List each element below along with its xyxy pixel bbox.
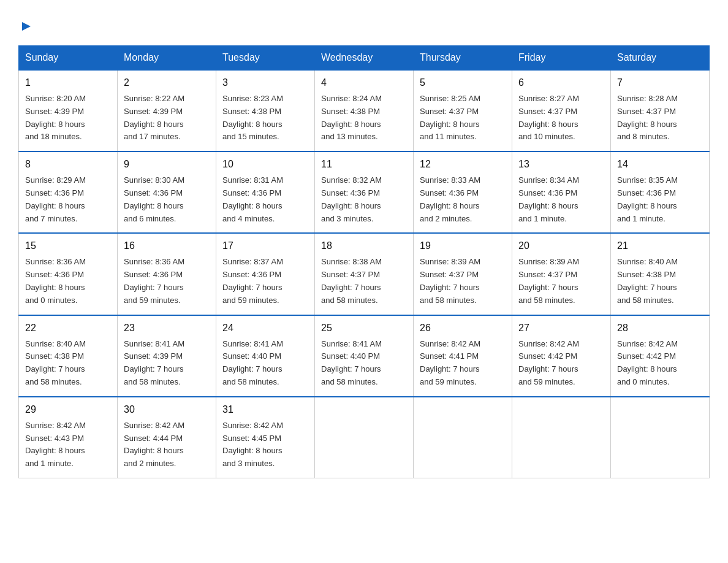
day-number: 23 (124, 321, 210, 335)
calendar-cell: 19Sunrise: 8:39 AM Sunset: 4:37 PM Dayli… (414, 233, 512, 315)
day-number: 24 (222, 321, 308, 335)
day-info: Sunrise: 8:42 AM Sunset: 4:45 PM Dayligh… (222, 419, 308, 470)
calendar-cell: 27Sunrise: 8:42 AM Sunset: 4:42 PM Dayli… (512, 315, 611, 397)
calendar-cell: 20Sunrise: 8:39 AM Sunset: 4:37 PM Dayli… (512, 233, 611, 315)
calendar-cell: 15Sunrise: 8:36 AM Sunset: 4:36 PM Dayli… (19, 233, 118, 315)
calendar-cell: 14Sunrise: 8:35 AM Sunset: 4:36 PM Dayli… (611, 151, 710, 233)
weekday-header-sunday: Sunday (19, 46, 118, 71)
calendar-cell: 11Sunrise: 8:32 AM Sunset: 4:36 PM Dayli… (315, 151, 414, 233)
calendar-cell: 5Sunrise: 8:25 AM Sunset: 4:37 PM Daylig… (414, 70, 512, 151)
calendar-cell: 23Sunrise: 8:41 AM Sunset: 4:39 PM Dayli… (118, 315, 216, 397)
day-number: 3 (222, 75, 308, 90)
page-header (18, 18, 710, 33)
weekday-header-thursday: Thursday (414, 46, 512, 71)
day-number: 29 (25, 402, 111, 417)
day-info: Sunrise: 8:34 AM Sunset: 4:36 PM Dayligh… (518, 174, 604, 225)
calendar-cell: 1Sunrise: 8:20 AM Sunset: 4:39 PM Daylig… (19, 70, 118, 151)
day-number: 20 (518, 239, 604, 253)
day-info: Sunrise: 8:40 AM Sunset: 4:38 PM Dayligh… (617, 256, 703, 307)
day-number: 31 (222, 402, 308, 417)
calendar-cell: 8Sunrise: 8:29 AM Sunset: 4:36 PM Daylig… (19, 151, 118, 233)
day-number: 17 (222, 239, 308, 253)
calendar-cell: 12Sunrise: 8:33 AM Sunset: 4:36 PM Dayli… (414, 151, 512, 233)
logo-arrow-icon (20, 20, 33, 33)
day-number: 4 (321, 75, 407, 90)
day-info: Sunrise: 8:42 AM Sunset: 4:42 PM Dayligh… (518, 338, 604, 389)
day-info: Sunrise: 8:28 AM Sunset: 4:37 PM Dayligh… (617, 93, 703, 144)
calendar-cell: 25Sunrise: 8:41 AM Sunset: 4:40 PM Dayli… (315, 315, 414, 397)
calendar-cell: 3Sunrise: 8:23 AM Sunset: 4:38 PM Daylig… (216, 70, 315, 151)
day-info: Sunrise: 8:36 AM Sunset: 4:36 PM Dayligh… (124, 256, 210, 307)
calendar-cell: 21Sunrise: 8:40 AM Sunset: 4:38 PM Dayli… (611, 233, 710, 315)
day-info: Sunrise: 8:42 AM Sunset: 4:44 PM Dayligh… (124, 419, 210, 470)
calendar-cell: 22Sunrise: 8:40 AM Sunset: 4:38 PM Dayli… (19, 315, 118, 397)
day-info: Sunrise: 8:40 AM Sunset: 4:38 PM Dayligh… (25, 338, 111, 389)
calendar-week-2: 8Sunrise: 8:29 AM Sunset: 4:36 PM Daylig… (19, 151, 710, 233)
day-info: Sunrise: 8:35 AM Sunset: 4:36 PM Dayligh… (617, 174, 703, 225)
calendar-body: 1Sunrise: 8:20 AM Sunset: 4:39 PM Daylig… (19, 70, 710, 478)
calendar-week-4: 22Sunrise: 8:40 AM Sunset: 4:38 PM Dayli… (19, 315, 710, 397)
calendar-cell: 4Sunrise: 8:24 AM Sunset: 4:38 PM Daylig… (315, 70, 414, 151)
weekday-header-friday: Friday (512, 46, 611, 71)
day-info: Sunrise: 8:33 AM Sunset: 4:36 PM Dayligh… (420, 174, 506, 225)
day-number: 5 (420, 75, 506, 90)
calendar-cell: 16Sunrise: 8:36 AM Sunset: 4:36 PM Dayli… (118, 233, 216, 315)
day-info: Sunrise: 8:36 AM Sunset: 4:36 PM Dayligh… (25, 256, 111, 307)
day-number: 25 (321, 321, 407, 335)
day-number: 7 (617, 75, 703, 90)
day-number: 27 (518, 321, 604, 335)
day-number: 2 (124, 75, 210, 90)
day-info: Sunrise: 8:42 AM Sunset: 4:42 PM Dayligh… (617, 338, 703, 389)
day-info: Sunrise: 8:41 AM Sunset: 4:39 PM Dayligh… (124, 338, 210, 389)
day-info: Sunrise: 8:38 AM Sunset: 4:37 PM Dayligh… (321, 256, 407, 307)
day-number: 11 (321, 157, 407, 172)
calendar-cell: 18Sunrise: 8:38 AM Sunset: 4:37 PM Dayli… (315, 233, 414, 315)
calendar-cell: 28Sunrise: 8:42 AM Sunset: 4:42 PM Dayli… (611, 315, 710, 397)
day-info: Sunrise: 8:20 AM Sunset: 4:39 PM Dayligh… (25, 93, 111, 144)
calendar-cell (315, 397, 414, 478)
calendar-cell: 9Sunrise: 8:30 AM Sunset: 4:36 PM Daylig… (118, 151, 216, 233)
day-number: 10 (222, 157, 308, 172)
day-number: 14 (617, 157, 703, 172)
weekday-header-tuesday: Tuesday (216, 46, 315, 71)
day-info: Sunrise: 8:41 AM Sunset: 4:40 PM Dayligh… (222, 338, 308, 389)
day-number: 22 (25, 321, 111, 335)
weekday-header-row: SundayMondayTuesdayWednesdayThursdayFrid… (19, 46, 710, 71)
calendar-cell: 7Sunrise: 8:28 AM Sunset: 4:37 PM Daylig… (611, 70, 710, 151)
calendar-cell: 26Sunrise: 8:42 AM Sunset: 4:41 PM Dayli… (414, 315, 512, 397)
day-number: 12 (420, 157, 506, 172)
day-info: Sunrise: 8:42 AM Sunset: 4:41 PM Dayligh… (420, 338, 506, 389)
calendar-week-3: 15Sunrise: 8:36 AM Sunset: 4:36 PM Dayli… (19, 233, 710, 315)
calendar-week-5: 29Sunrise: 8:42 AM Sunset: 4:43 PM Dayli… (19, 397, 710, 478)
day-number: 1 (25, 75, 111, 90)
weekday-header-monday: Monday (118, 46, 216, 71)
day-number: 15 (25, 239, 111, 253)
day-info: Sunrise: 8:24 AM Sunset: 4:38 PM Dayligh… (321, 93, 407, 144)
calendar-cell: 29Sunrise: 8:42 AM Sunset: 4:43 PM Dayli… (19, 397, 118, 478)
calendar-cell: 10Sunrise: 8:31 AM Sunset: 4:36 PM Dayli… (216, 151, 315, 233)
calendar-cell: 31Sunrise: 8:42 AM Sunset: 4:45 PM Dayli… (216, 397, 315, 478)
day-number: 28 (617, 321, 703, 335)
day-info: Sunrise: 8:37 AM Sunset: 4:36 PM Dayligh… (222, 256, 308, 307)
logo (18, 18, 33, 33)
day-number: 16 (124, 239, 210, 253)
day-info: Sunrise: 8:29 AM Sunset: 4:36 PM Dayligh… (25, 174, 111, 225)
day-info: Sunrise: 8:39 AM Sunset: 4:37 PM Dayligh… (518, 256, 604, 307)
calendar-cell: 17Sunrise: 8:37 AM Sunset: 4:36 PM Dayli… (216, 233, 315, 315)
day-number: 21 (617, 239, 703, 253)
day-number: 18 (321, 239, 407, 253)
day-number: 6 (518, 75, 604, 90)
calendar-cell: 6Sunrise: 8:27 AM Sunset: 4:37 PM Daylig… (512, 70, 611, 151)
day-info: Sunrise: 8:30 AM Sunset: 4:36 PM Dayligh… (124, 174, 210, 225)
calendar-cell: 30Sunrise: 8:42 AM Sunset: 4:44 PM Dayli… (118, 397, 216, 478)
day-info: Sunrise: 8:25 AM Sunset: 4:37 PM Dayligh… (420, 93, 506, 144)
day-info: Sunrise: 8:42 AM Sunset: 4:43 PM Dayligh… (25, 419, 111, 470)
calendar-cell: 13Sunrise: 8:34 AM Sunset: 4:36 PM Dayli… (512, 151, 611, 233)
weekday-header-saturday: Saturday (611, 46, 710, 71)
day-info: Sunrise: 8:41 AM Sunset: 4:40 PM Dayligh… (321, 338, 407, 389)
day-number: 19 (420, 239, 506, 253)
day-info: Sunrise: 8:22 AM Sunset: 4:39 PM Dayligh… (124, 93, 210, 144)
day-number: 26 (420, 321, 506, 335)
day-info: Sunrise: 8:32 AM Sunset: 4:36 PM Dayligh… (321, 174, 407, 225)
calendar-cell (512, 397, 611, 478)
